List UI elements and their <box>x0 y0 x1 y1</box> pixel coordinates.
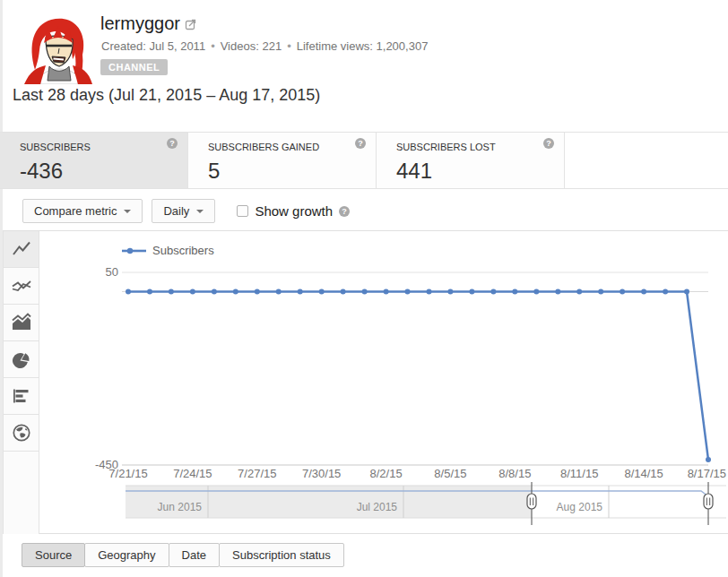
data-point[interactable] <box>706 457 711 462</box>
tab-subscription-status[interactable]: Subscription status <box>219 543 344 567</box>
youtube-analytics-page: lermyggor Created: Jul 5, 2011•Videos: 2… <box>0 0 728 577</box>
help-icon[interactable]: ? <box>543 138 554 149</box>
metric-label: SUBSCRIBERS LOST <box>396 142 564 152</box>
line-chart-icon <box>11 238 32 260</box>
metric-value: -436 <box>20 159 187 184</box>
tab-geography[interactable]: Geography <box>84 543 169 567</box>
channel-title-row: lermyggor <box>100 13 197 34</box>
series-line <box>128 292 708 461</box>
show-growth-label: Show growth <box>255 203 333 219</box>
data-point[interactable] <box>684 289 689 295</box>
y-tick-label: 50 <box>106 265 118 279</box>
data-point[interactable] <box>447 289 453 295</box>
show-growth-control: Show growth ? <box>237 203 350 219</box>
data-point[interactable] <box>190 289 195 295</box>
data-point[interactable] <box>319 289 325 295</box>
tab-date[interactable]: Date <box>169 543 220 567</box>
chart-card: Subscribers 50-4507/21/157/24/157/27/157… <box>3 230 728 534</box>
metric-cards-row: SUBSCRIBERS -436 ? SUBSCRIBERS GAINED 5 … <box>0 132 728 189</box>
scrubber-handle-right[interactable] <box>704 494 713 509</box>
chart-type-pie[interactable] <box>4 341 39 378</box>
x-tick-label: 8/2/15 <box>369 467 402 480</box>
data-point[interactable] <box>255 289 260 295</box>
help-icon[interactable]: ? <box>167 138 178 149</box>
meta-separator: • <box>211 39 215 53</box>
compare-metric-dropdown[interactable]: Compare metric <box>22 199 143 223</box>
metric-card-subscribers-lost[interactable]: SUBSCRIBERS LOST 441 ? <box>377 133 565 188</box>
pie-chart-icon <box>11 349 32 370</box>
tab-source[interactable]: Source <box>22 543 85 567</box>
x-tick-label: 7/27/15 <box>238 467 276 480</box>
data-point[interactable] <box>663 289 668 295</box>
chart-type-compare-lines[interactable] <box>4 268 39 305</box>
granularity-label: Daily <box>163 204 189 218</box>
data-point[interactable] <box>233 289 238 295</box>
x-tick-label: 8/14/15 <box>624 467 663 480</box>
bar-chart-icon <box>11 385 32 407</box>
channel-videos: Videos: 221 <box>221 39 282 53</box>
x-tick-label: 8/5/15 <box>434 467 466 480</box>
channel-avatar[interactable] <box>22 13 94 84</box>
data-point[interactable] <box>512 289 517 295</box>
data-point[interactable] <box>576 289 582 295</box>
data-point[interactable] <box>147 289 152 295</box>
channel-meta: Created: Jul 5, 2011•Videos: 221•Lifetim… <box>101 39 428 53</box>
chevron-down-icon <box>124 210 131 213</box>
scrubber-handle-left[interactable] <box>527 494 536 509</box>
data-point[interactable] <box>533 289 539 295</box>
help-icon[interactable]: ? <box>339 206 350 217</box>
data-point[interactable] <box>405 289 411 295</box>
metric-card-subscribers[interactable]: SUBSCRIBERS -436 ? <box>0 133 188 188</box>
data-point[interactable] <box>555 289 560 295</box>
granularity-dropdown[interactable]: Daily <box>152 199 215 223</box>
timeline-month-label: Jul 2015 <box>357 501 398 513</box>
metric-label: SUBSCRIBERS GAINED <box>208 142 376 152</box>
data-point[interactable] <box>362 289 368 295</box>
x-tick-label: 8/11/15 <box>560 467 598 480</box>
data-point[interactable] <box>427 289 432 295</box>
area-chart-icon <box>11 312 32 333</box>
compare-metric-label: Compare metric <box>34 204 117 218</box>
chart-type-bar[interactable] <box>4 378 39 415</box>
chart-type-line[interactable] <box>4 231 39 268</box>
metric-value: 5 <box>208 159 376 184</box>
x-tick-label: 7/30/15 <box>302 467 341 480</box>
data-point[interactable] <box>641 289 646 295</box>
channel-lifetime-views: Lifetime views: 1,200,307 <box>297 39 429 53</box>
data-point[interactable] <box>598 289 603 295</box>
dimension-tabs: Source Geography Date Subscription statu… <box>22 543 344 567</box>
chart-toolbar: Compare metric Daily Show growth ? <box>22 199 350 223</box>
x-tick-label: 8/17/15 <box>688 467 726 480</box>
help-icon[interactable]: ? <box>355 138 366 149</box>
data-point[interactable] <box>384 289 389 295</box>
x-tick-label: 8/8/15 <box>498 467 531 480</box>
x-tick-label: 7/21/15 <box>108 467 147 480</box>
timeline-month-label: Jun 2015 <box>158 501 203 513</box>
show-growth-checkbox[interactable] <box>237 205 248 217</box>
data-point[interactable] <box>620 289 625 295</box>
data-point[interactable] <box>169 289 174 295</box>
map-globe-icon <box>11 422 32 444</box>
data-point[interactable] <box>126 289 131 295</box>
x-tick-label: 7/24/15 <box>173 467 212 480</box>
metric-label: SUBSCRIBERS <box>20 142 187 152</box>
data-point[interactable] <box>341 289 346 295</box>
metric-card-subscribers-gained[interactable]: SUBSCRIBERS GAINED 5 ? <box>188 133 377 188</box>
chevron-down-icon <box>196 210 204 213</box>
chart-type-map[interactable] <box>4 415 39 452</box>
timeline-month-label: Aug 2015 <box>557 501 603 513</box>
compare-lines-chart-icon <box>11 275 32 297</box>
report-period-title: Last 28 days (Jul 21, 2015 – Aug 17, 201… <box>13 86 320 105</box>
data-point[interactable] <box>212 289 217 295</box>
metric-value: 441 <box>396 159 564 184</box>
external-link-icon[interactable] <box>185 18 197 30</box>
metric-cards-empty-area <box>565 133 728 188</box>
chart-type-area[interactable] <box>4 305 39 341</box>
data-point[interactable] <box>490 289 496 295</box>
data-point[interactable] <box>276 289 282 295</box>
data-point[interactable] <box>298 289 303 295</box>
data-point[interactable] <box>469 289 474 295</box>
subscribers-line-chart[interactable]: 50-4507/21/157/24/157/27/157/30/158/2/15… <box>39 231 728 534</box>
channel-created: Created: Jul 5, 2011 <box>101 39 205 53</box>
channel-name: lermyggor <box>100 13 180 34</box>
